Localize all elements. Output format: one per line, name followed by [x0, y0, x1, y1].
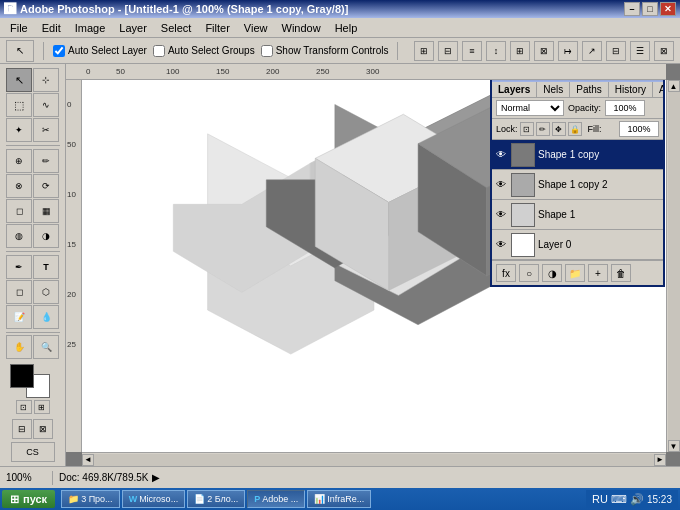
move-tool[interactable]: ↖: [6, 68, 32, 92]
layer-visibility-layer0[interactable]: 👁: [494, 238, 508, 252]
zoom-tool[interactable]: 🔍: [33, 335, 59, 359]
scrollbar-vertical[interactable]: ▲ ▼: [666, 80, 680, 452]
tab-actions[interactable]: Actions: [653, 82, 663, 97]
taskbar-item-infra[interactable]: 📊 InfraRe...: [307, 490, 371, 508]
opt-icon6[interactable]: ⊠: [534, 41, 554, 61]
tray-keyboard[interactable]: ⌨: [611, 493, 627, 506]
screen-mode-icon[interactable]: ⊟: [12, 419, 32, 439]
tool-options-icon[interactable]: ↖: [6, 40, 34, 62]
opt-icon9[interactable]: ⊟: [606, 41, 626, 61]
lock-transparent-icon[interactable]: ⊡: [520, 122, 534, 136]
opt-icon2[interactable]: ⊟: [438, 41, 458, 61]
hand-tool[interactable]: ✋: [6, 335, 32, 359]
path-tool[interactable]: ◻: [6, 280, 32, 304]
shape-tool[interactable]: ⬡: [33, 280, 59, 304]
maximize-button[interactable]: □: [642, 2, 658, 16]
scroll-down-button[interactable]: ▼: [668, 440, 680, 452]
text-tool[interactable]: T: [33, 255, 59, 279]
opt-icon1[interactable]: ⊞: [414, 41, 434, 61]
eraser-tool[interactable]: ◻: [6, 199, 32, 223]
cs-icon[interactable]: CS: [11, 442, 55, 462]
tab-layers[interactable]: Layers: [492, 82, 537, 97]
blend-mode-select[interactable]: Normal: [496, 100, 564, 116]
clone-tool[interactable]: ⊗: [6, 174, 32, 198]
heal-tool[interactable]: ⊕: [6, 149, 32, 173]
tray-lang[interactable]: RU: [592, 493, 608, 505]
brush-tool[interactable]: ✏: [33, 149, 59, 173]
opt-icon11[interactable]: ⊠: [654, 41, 674, 61]
lasso-tool[interactable]: ∿: [33, 93, 59, 117]
taskbar-item-folder[interactable]: 📁 3 Про...: [61, 490, 120, 508]
opt-icon10[interactable]: ☰: [630, 41, 650, 61]
foreground-color-swatch[interactable]: [10, 364, 34, 388]
scroll-left-button[interactable]: ◄: [82, 454, 94, 466]
taskbar-icon-notepad: 📄: [194, 494, 205, 504]
menu-filter[interactable]: Filter: [199, 20, 235, 36]
menu-help[interactable]: Help: [329, 20, 364, 36]
start-button[interactable]: ⊞ пуск: [2, 490, 55, 508]
quick-mask-icon[interactable]: ⊡: [16, 400, 32, 414]
lock-pixel-icon[interactable]: ✏: [536, 122, 550, 136]
adjustment-layer-button[interactable]: ◑: [542, 264, 562, 282]
scroll-right-button[interactable]: ►: [654, 454, 666, 466]
opt-icon7[interactable]: ↦: [558, 41, 578, 61]
layer-visibility-shape1[interactable]: 👁: [494, 208, 508, 222]
scroll-arrow[interactable]: ▶: [152, 472, 160, 483]
eyedropper-tool[interactable]: 💧: [33, 305, 59, 329]
layer-item-shape1copy2[interactable]: 👁 Shape 1 copy 2: [492, 170, 663, 200]
tab-paths[interactable]: Paths: [570, 82, 609, 97]
tool-sep-1: [6, 145, 60, 146]
notes-tool[interactable]: 📝: [6, 305, 32, 329]
menu-view[interactable]: View: [238, 20, 274, 36]
scroll-up-button[interactable]: ▲: [668, 80, 680, 92]
opt-icon8[interactable]: ↗: [582, 41, 602, 61]
opt-icon4[interactable]: ↕: [486, 41, 506, 61]
menu-edit[interactable]: Edit: [36, 20, 67, 36]
minimize-button[interactable]: –: [624, 2, 640, 16]
menu-window[interactable]: Window: [276, 20, 327, 36]
blur-tool[interactable]: ◍: [6, 224, 32, 248]
layer-item-shape1copy[interactable]: 👁 Shape 1 copy: [492, 140, 663, 170]
taskbar-item-word[interactable]: W Microsо...: [122, 490, 186, 508]
scrollbar-horizontal[interactable]: ◄ ►: [82, 452, 666, 466]
layer-item-layer0[interactable]: 👁 Layer 0: [492, 230, 663, 260]
opt-icon5[interactable]: ⊞: [510, 41, 530, 61]
crop-tool[interactable]: ⊹: [33, 68, 59, 92]
slice-tool[interactable]: ✂: [33, 118, 59, 142]
taskbar-item-photoshop[interactable]: P Adobe ...: [247, 490, 305, 508]
rect-select-tool[interactable]: ⬚: [6, 93, 32, 117]
tab-history[interactable]: History: [609, 82, 653, 97]
menu-select[interactable]: Select: [155, 20, 198, 36]
tray-sound[interactable]: 🔊: [630, 493, 644, 506]
menu-file[interactable]: File: [4, 20, 34, 36]
show-transform-checkbox[interactable]: [261, 45, 273, 57]
lock-move-icon[interactable]: ✥: [552, 122, 566, 136]
opt-icon3[interactable]: ≡: [462, 41, 482, 61]
layer-visibility-shape1copy2[interactable]: 👁: [494, 178, 508, 192]
menu-image[interactable]: Image: [69, 20, 112, 36]
opacity-input[interactable]: [605, 100, 645, 116]
blend-opacity-row: Normal Opacity:: [492, 98, 663, 119]
menu-layer[interactable]: Layer: [113, 20, 153, 36]
delete-layer-button[interactable]: 🗑: [611, 264, 631, 282]
auto-select-layer-checkbox[interactable]: [53, 45, 65, 57]
full-screen-icon[interactable]: ⊠: [33, 419, 53, 439]
auto-select-groups-checkbox[interactable]: [153, 45, 165, 57]
magic-wand-tool[interactable]: ✦: [6, 118, 32, 142]
layer-group-button[interactable]: 📁: [565, 264, 585, 282]
new-layer-button[interactable]: +: [588, 264, 608, 282]
tab-nels[interactable]: Nels: [537, 82, 570, 97]
dodge-tool[interactable]: ◑: [33, 224, 59, 248]
layer-item-shape1[interactable]: 👁 Shape 1: [492, 200, 663, 230]
gradient-tool[interactable]: ▦: [33, 199, 59, 223]
layer-visibility-shape1copy[interactable]: 👁: [494, 148, 508, 162]
standard-mode-icon[interactable]: ⊞: [34, 400, 50, 414]
lock-all-icon[interactable]: 🔒: [568, 122, 582, 136]
close-button[interactable]: ✕: [660, 2, 676, 16]
fill-input[interactable]: [619, 121, 659, 137]
layer-style-button[interactable]: fx: [496, 264, 516, 282]
layer-mask-button[interactable]: ○: [519, 264, 539, 282]
taskbar-item-notepad[interactable]: 📄 2 Бло...: [187, 490, 245, 508]
history-tool[interactable]: ⟳: [33, 174, 59, 198]
pen-tool[interactable]: ✒: [6, 255, 32, 279]
